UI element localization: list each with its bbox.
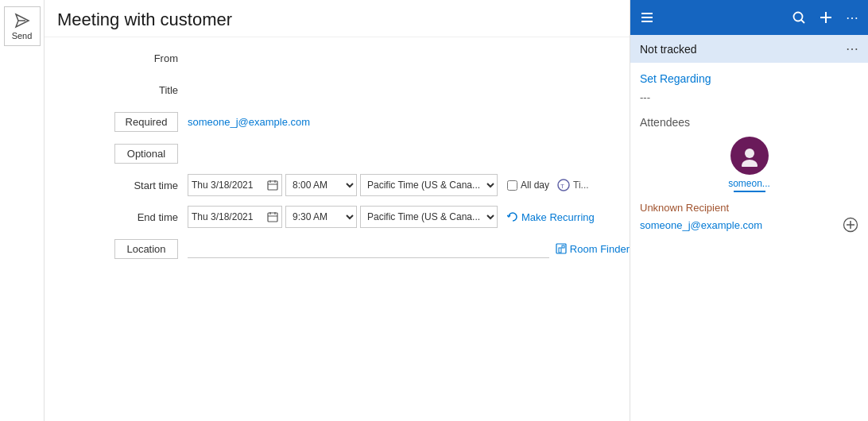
- svg-point-23: [742, 160, 758, 167]
- add-recipient-icon: [843, 217, 858, 233]
- hamburger-icon: [640, 10, 654, 25]
- title-row: Meeting with customer: [45, 0, 630, 37]
- room-finder-icon: [556, 243, 567, 254]
- end-time-select[interactable]: 9:30 AM: [285, 206, 357, 228]
- unknown-email-link[interactable]: someone_j@example.com: [640, 219, 762, 231]
- right-panel-header: ⋯: [630, 0, 868, 35]
- required-button[interactable]: Required: [114, 112, 178, 132]
- end-time-row: End time: [45, 203, 630, 231]
- svg-rect-14: [562, 245, 564, 248]
- end-time-value: 9:30 AM Pacific Time (US & Cana... Make …: [188, 206, 630, 228]
- attendees-label: Attendees: [640, 116, 858, 129]
- svg-point-18: [794, 13, 803, 21]
- add-recipient-button[interactable]: [843, 217, 858, 233]
- end-date-wrap: [188, 206, 282, 228]
- svg-rect-8: [268, 213, 277, 222]
- required-email-link[interactable]: someone_j@example.com: [188, 116, 310, 128]
- set-regarding-link[interactable]: Set Regarding: [640, 72, 858, 85]
- right-panel-content: Set Regarding --- Attendees someon... Un…: [630, 63, 868, 421]
- required-label-cell: Required: [45, 112, 188, 132]
- recurring-icon: [507, 211, 518, 222]
- add-icon: [819, 10, 833, 25]
- meeting-title: Meeting with customer: [57, 10, 232, 30]
- location-row: Location Room Finder: [45, 234, 630, 263]
- svg-line-19: [801, 20, 804, 23]
- location-button[interactable]: Location: [114, 239, 178, 259]
- optional-button[interactable]: Optional: [114, 144, 178, 164]
- end-tz-select[interactable]: Pacific Time (US & Cana...: [360, 206, 498, 228]
- allday-label[interactable]: All day: [521, 180, 549, 191]
- start-time-row: Start time: [45, 171, 630, 199]
- start-datetime-row: 8:00 AM Pacific Time (US & Cana... All d…: [188, 174, 630, 196]
- end-datetime-row: 9:30 AM Pacific Time (US & Cana... Make …: [188, 206, 630, 228]
- more-options-button[interactable]: ⋯: [846, 10, 858, 25]
- svg-point-22: [745, 149, 754, 158]
- room-finder-button[interactable]: Room Finder: [556, 243, 630, 255]
- attendee-avatar: [730, 137, 769, 175]
- right-panel: ⋯ Not tracked ⋯ Set Regarding --- Attend…: [630, 0, 868, 421]
- not-tracked-bar: Not tracked ⋯: [630, 35, 868, 63]
- from-row: From: [45, 44, 630, 72]
- start-time-select[interactable]: 8:00 AM: [285, 174, 357, 196]
- attendee-item: someon...: [640, 137, 858, 192]
- svg-rect-13: [559, 248, 561, 253]
- attendee-underline: [734, 191, 765, 192]
- start-date-input[interactable]: [188, 180, 264, 191]
- send-panel: Send: [0, 0, 45, 421]
- optional-row: Optional: [45, 139, 630, 168]
- not-tracked-more-icon: ⋯: [846, 41, 858, 56]
- unknown-email-row: someone_j@example.com: [640, 217, 858, 233]
- attendee-name[interactable]: someon...: [728, 178, 770, 189]
- start-time-value: 8:00 AM Pacific Time (US & Cana... All d…: [188, 174, 630, 196]
- end-date-input[interactable]: [188, 211, 264, 222]
- attendee-avatar-icon: [738, 145, 761, 167]
- end-calendar-icon[interactable]: [264, 211, 281, 222]
- start-time-label: Start time: [45, 180, 188, 191]
- start-date-wrap: [188, 174, 282, 196]
- svg-rect-2: [268, 181, 277, 190]
- location-wrap: Room Finder: [188, 239, 630, 258]
- add-button[interactable]: [819, 10, 833, 25]
- unknown-recipient-section: Unknown Recipient someone_j@example.com: [640, 202, 858, 233]
- title-field-label: Title: [45, 84, 188, 96]
- make-recurring-link[interactable]: Make Recurring: [507, 211, 595, 223]
- teams-label: Ti...: [573, 180, 589, 191]
- send-label: Send: [12, 31, 33, 41]
- more-options-icon: ⋯: [846, 10, 858, 25]
- hamburger-button[interactable]: [640, 10, 654, 25]
- not-tracked-more-button[interactable]: ⋯: [846, 41, 858, 56]
- location-input[interactable]: [188, 239, 549, 258]
- end-time-label: End time: [45, 211, 188, 223]
- required-email-cell: someone_j@example.com: [188, 116, 630, 128]
- allday-wrap: All day: [507, 180, 549, 191]
- from-label: From: [45, 52, 188, 64]
- header-icons-left: [640, 10, 654, 25]
- teams-icon: T: [557, 179, 570, 191]
- start-calendar-icon[interactable]: [264, 180, 281, 191]
- allday-checkbox[interactable]: [507, 180, 517, 191]
- main-form: Meeting with customer From Title Require…: [45, 0, 630, 421]
- search-icon: [792, 10, 806, 25]
- required-row: Required someone_j@example.com: [45, 107, 630, 136]
- optional-label-cell: Optional: [45, 144, 188, 164]
- location-value: Room Finder: [188, 239, 630, 258]
- recurring-label: Make Recurring: [521, 211, 595, 223]
- not-tracked-text: Not tracked: [640, 43, 697, 56]
- send-button[interactable]: Send: [4, 6, 41, 46]
- header-icons-right: ⋯: [792, 10, 858, 25]
- send-icon: [14, 13, 30, 29]
- search-button[interactable]: [792, 10, 806, 25]
- teams-wrap: T Ti...: [557, 179, 589, 191]
- title-field-row: Title: [45, 75, 630, 104]
- location-label-cell: Location: [45, 239, 188, 259]
- fields-container: From Title Required someone_j@example.co…: [45, 37, 630, 272]
- room-finder-label: Room Finder: [570, 243, 630, 255]
- svg-text:T: T: [560, 183, 564, 190]
- start-tz-select[interactable]: Pacific Time (US & Cana...: [360, 174, 498, 196]
- unknown-recipient-label: Unknown Recipient: [640, 202, 858, 214]
- regarding-value: ---: [640, 91, 858, 103]
